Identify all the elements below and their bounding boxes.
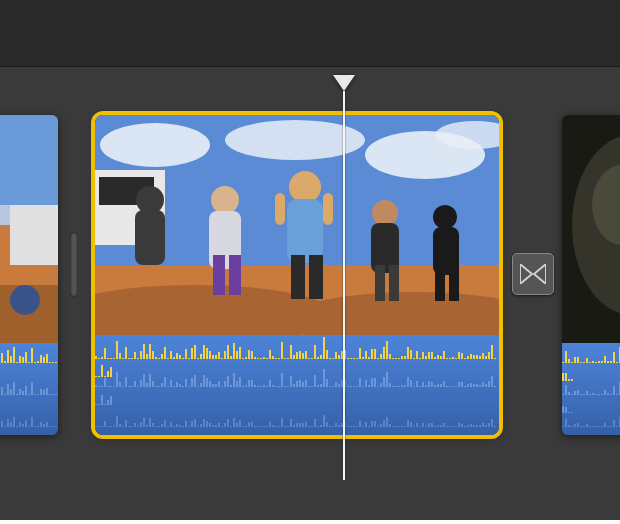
svg-rect-5: [10, 205, 58, 265]
svg-rect-36: [435, 267, 445, 301]
clip-thumbnail: [95, 115, 499, 335]
svg-point-34: [433, 205, 457, 229]
svg-point-30: [372, 200, 398, 226]
svg-point-10: [225, 120, 365, 160]
video-editor: [0, 0, 620, 520]
svg-rect-23: [229, 255, 241, 295]
svg-rect-33: [389, 265, 399, 301]
clip-audio-track[interactable]: [0, 343, 58, 435]
svg-rect-19: [135, 210, 165, 265]
clip-thumbnail: [562, 115, 620, 343]
svg-rect-37: [449, 267, 459, 301]
clip-audio-track[interactable]: [562, 343, 620, 435]
transition-icon[interactable]: [512, 253, 554, 295]
clip-thumbnail: [0, 115, 58, 343]
svg-point-9: [100, 123, 210, 167]
svg-rect-29: [275, 193, 285, 225]
svg-rect-28: [323, 193, 333, 225]
svg-rect-27: [309, 255, 323, 299]
svg-point-6: [10, 285, 40, 315]
clip-edge-handle[interactable]: [70, 232, 78, 297]
timeline[interactable]: [0, 66, 620, 520]
timeline-clip[interactable]: [562, 115, 620, 435]
svg-rect-22: [213, 255, 225, 295]
svg-rect-25: [287, 199, 323, 263]
svg-point-24: [289, 171, 321, 203]
svg-rect-32: [375, 265, 385, 301]
cross-dissolve-icon: [520, 264, 546, 284]
playhead-marker-icon: [333, 75, 355, 91]
timeline-clip-selected[interactable]: [95, 115, 499, 435]
svg-point-20: [211, 186, 239, 214]
clip-audio-track[interactable]: [95, 335, 499, 435]
toolbar-area: [0, 0, 620, 66]
svg-point-18: [136, 186, 164, 214]
timeline-clip[interactable]: [0, 115, 58, 435]
svg-rect-26: [291, 255, 305, 299]
